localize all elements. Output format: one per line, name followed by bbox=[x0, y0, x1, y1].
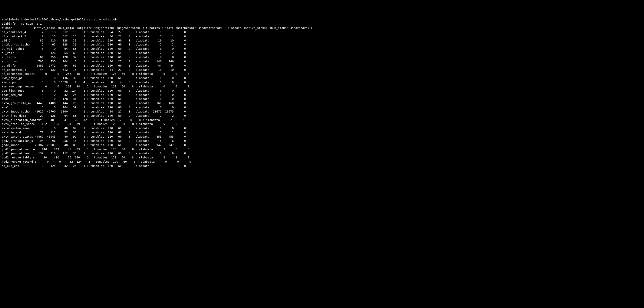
slab-row: jbd2_revoke_record_s 0 0 32 124 1 : tuna… bbox=[2, 160, 642, 164]
slab-row: ext4_allocation_context 48 64 128 32 1 :… bbox=[2, 118, 642, 122]
slab-row: ext4_io_end 72 112 72 56 1 : tunables 12… bbox=[2, 130, 642, 135]
terminal-output[interactable]: root@whale-indextest01-1001:/home/gzzhan… bbox=[2, 18, 642, 168]
header-line: # name <active_objs> <num_objs> <objsize… bbox=[2, 26, 642, 30]
slab-row: ioat2 0 0 128 31 1 : tunables 120 60 8 :… bbox=[2, 97, 642, 101]
slab-row: ext4_free_data 28 126 64 63 1 : tunables… bbox=[2, 114, 642, 118]
slab-row: nf_conntrack_3 2 13 312 13 1 : tunables … bbox=[2, 34, 642, 38]
slab-row: jbd2_journal_handle 140 249 48 83 1 : tu… bbox=[2, 147, 642, 152]
slab-row: ioat_sed_ent 0 0 32 124 1 : tunables 120… bbox=[2, 93, 642, 97]
slab-row: jbd2_revoke_table_s 10 480 16 240 1 : tu… bbox=[2, 156, 642, 160]
slab-row: ext4_inode_cache 42627 42700 1000 4 1 : … bbox=[2, 110, 642, 114]
slab-row: ext4_groupinfo_4k 4440 4480 144 28 1 : t… bbox=[2, 101, 642, 106]
slab-row: nf_conntrack_4 2 13 312 13 1 : tunables … bbox=[2, 30, 642, 34]
slab-row: jbd2_journal_head 139 216 112 36 1 : tun… bbox=[2, 151, 642, 156]
slab-row: bridge_fdb_cache 5 93 128 31 1 : tunable… bbox=[2, 42, 642, 47]
slab-row: sd_ext_cdb 2 124 32 124 1 : tunables 120… bbox=[2, 164, 642, 168]
slab-row: nf_conntrack_1 44 130 312 13 1 : tunable… bbox=[2, 68, 642, 72]
slab-row: kvm_vcpu 0 0 16320 1 4 : tunables 8 4 0 … bbox=[2, 80, 642, 84]
slab-row: pte_list_desc 0 0 32 124 1 : tunables 12… bbox=[2, 89, 642, 93]
slab-row: au_vdir_dehstr 0 0 64 63 1 : tunables 12… bbox=[2, 47, 642, 51]
command-line: root@whale-indextest01-1001:/home/gzzhan… bbox=[2, 18, 642, 22]
slab-row: ext4_prealloc_space 122 195 104 39 1 : t… bbox=[2, 122, 642, 126]
slab-row: kvm_async_pf 0 0 136 30 1 : tunables 120… bbox=[2, 76, 642, 80]
slab-row: kvm_mmu_page_header 0 0 168 24 1 : tunab… bbox=[2, 84, 642, 89]
slab-row: au_icntnr 703 730 704 5 1 : tunables 54 … bbox=[2, 60, 642, 64]
version-line: slabinfo - version: 2.1 bbox=[2, 22, 642, 26]
slab-row: sda1 0 0 104 39 1 : tunables 120 60 8 : … bbox=[2, 106, 642, 110]
slab-row: ext4_extent_status 44467 45045 40 99 1 :… bbox=[2, 135, 642, 139]
slab-row: au_vdir 8 126 64 63 1 : tunables 120 60 … bbox=[2, 51, 642, 55]
slab-row: jbd2_transaction_s 94 96 256 16 1 : tuna… bbox=[2, 139, 642, 143]
slab-row: pid_2 85 310 128 31 1 : tunables 120 60 … bbox=[2, 38, 642, 43]
slab-row: au_dinfo 2486 2772 64 63 1 : tunables 12… bbox=[2, 64, 642, 68]
slab-row: nf_conntrack_expect 0 0 256 16 1 : tunab… bbox=[2, 72, 642, 76]
slab-row: au_finfo 81 256 128 32 1 : tunables 120 … bbox=[2, 55, 642, 60]
slab-row: jbd2_inode 28387 28801 48 83 1 : tunable… bbox=[2, 143, 642, 147]
slab-row: ext4_system_zone 0 0 40 99 1 : tunables … bbox=[2, 126, 642, 130]
